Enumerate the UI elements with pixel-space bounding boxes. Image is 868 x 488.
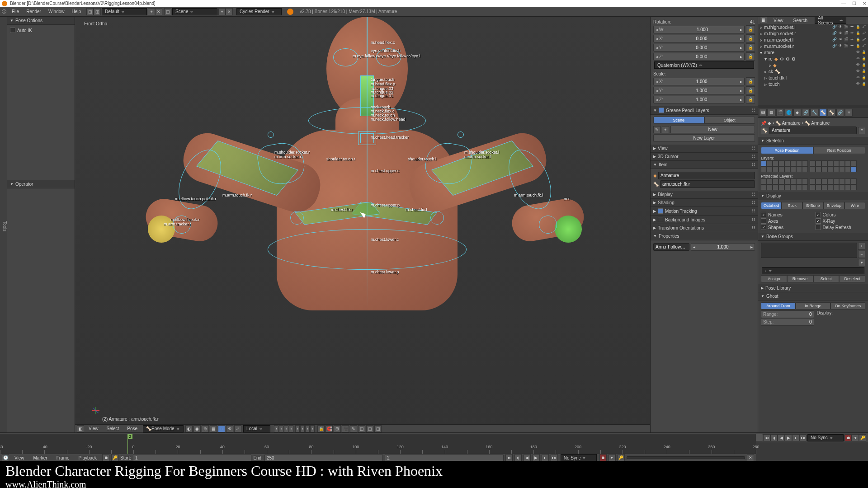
keyset2-icon[interactable]: 🔑 bbox=[859, 434, 866, 441]
prop-val-field[interactable]: ◂1.000▸ bbox=[691, 243, 755, 251]
operator-header[interactable]: ▼Operator bbox=[7, 180, 75, 188]
manip-icon-3[interactable]: ⟲ bbox=[226, 425, 233, 432]
ghost-inrange[interactable]: In Range bbox=[796, 302, 830, 310]
armature-layers[interactable] bbox=[761, 160, 865, 172]
scene-dropdown[interactable]: Scene bbox=[172, 8, 217, 15]
manip-icon-1[interactable]: ▦ bbox=[210, 425, 217, 432]
bg-remove-icon[interactable]: − bbox=[858, 251, 865, 258]
layer-btn[interactable]: ▫ bbox=[295, 425, 300, 432]
transform-section[interactable]: ▶Transform Orientations⠿ bbox=[651, 224, 758, 232]
shade-icon-1[interactable]: ◐ bbox=[185, 425, 193, 432]
scene-browse-icon[interactable]: ◫ bbox=[164, 8, 171, 15]
scene-next-icon[interactable]: ◫ bbox=[94, 8, 101, 15]
chk-colors[interactable]: Colors bbox=[816, 212, 866, 217]
pose-options-header[interactable]: ▼Pose Options bbox=[7, 17, 75, 25]
lock-z-icon[interactable]: 🔓 bbox=[746, 52, 755, 61]
tl-key-icon[interactable]: 🔑 bbox=[111, 454, 118, 461]
tl-jumpend-icon[interactable]: ⏭ bbox=[551, 454, 558, 461]
scale-y-field[interactable]: ◂ Y:1.000▸ bbox=[653, 87, 745, 94]
scene-del-icon[interactable]: ✕ bbox=[226, 8, 233, 15]
manip-icon-2[interactable]: ↔ bbox=[218, 425, 225, 432]
vp-select[interactable]: Select bbox=[103, 424, 123, 433]
poselib-header[interactable]: ▶Pose Library bbox=[758, 284, 868, 292]
mode-dropdown[interactable]: 🦴 Pose Mode bbox=[143, 425, 184, 432]
proptab-layers[interactable]: ▦ bbox=[768, 109, 775, 117]
disp-wire[interactable]: Wire bbox=[844, 202, 865, 209]
outliner-editor-icon[interactable]: ≣ bbox=[760, 17, 767, 24]
bg-menu-icon[interactable]: ▾ bbox=[858, 259, 865, 266]
bonegroup-select[interactable]: ◦ bbox=[762, 267, 864, 274]
sync-dropdown[interactable]: No Sync bbox=[807, 434, 844, 441]
menu-file[interactable]: File bbox=[8, 7, 23, 17]
tl-autokey-icon[interactable]: ⏺ bbox=[599, 454, 607, 461]
tl-sync-dropdown[interactable]: No Sync bbox=[561, 454, 597, 461]
display-section[interactable]: ▶Display⠿ bbox=[651, 191, 758, 199]
proptab-physics[interactable]: ⚛ bbox=[845, 109, 853, 117]
editor-type-icon[interactable]: ◧ bbox=[77, 425, 84, 432]
disp-bbone[interactable]: B-Bone bbox=[802, 202, 823, 209]
proptab-modifier[interactable]: 🔧 bbox=[811, 109, 818, 117]
layer-btn[interactable]: ▫ bbox=[279, 425, 283, 432]
ghost-step-field[interactable]: Step:0 bbox=[761, 318, 814, 326]
tl-keyx-icon[interactable]: ✕ bbox=[747, 454, 754, 461]
lock-x-icon[interactable]: 🔓 bbox=[746, 34, 755, 42]
manip-icon-4[interactable]: ⤢ bbox=[234, 425, 241, 432]
chk-shapes[interactable]: Shapes bbox=[761, 225, 811, 230]
gp-header[interactable]: ▼Grease Pencil Layers⠿ bbox=[651, 106, 758, 115]
proptab-object[interactable]: ◆ bbox=[793, 109, 801, 117]
viewport[interactable]: Front Ortho bbox=[75, 17, 650, 432]
tl-jumpstart-icon[interactable]: ⏮ bbox=[505, 454, 513, 461]
item-section[interactable]: ▼Item⠿ bbox=[651, 161, 758, 169]
rot-x-field[interactable]: ◂ X:0.000▸ bbox=[653, 35, 745, 42]
props-section[interactable]: ▼Properties bbox=[651, 232, 758, 240]
layout-del-icon[interactable]: ✕ bbox=[155, 8, 162, 15]
lock-sz-icon[interactable]: 🔒 bbox=[746, 95, 755, 103]
fake-user-button[interactable]: F bbox=[858, 127, 865, 134]
layout-dropdown[interactable]: Default bbox=[102, 8, 147, 15]
proptab-bone[interactable]: 🦴 bbox=[828, 109, 835, 117]
tab-tools[interactable]: Tools bbox=[2, 20, 7, 432]
disp-envelop[interactable]: Envelop bbox=[824, 202, 844, 209]
info-icon[interactable]: ⓘ bbox=[0, 7, 8, 17]
armature-name-field[interactable]: Armature bbox=[769, 127, 857, 134]
disp-stick[interactable]: Stick bbox=[782, 202, 802, 209]
auto-ik-checkbox[interactable]: Auto IK bbox=[10, 28, 72, 33]
datablock-browse-icon[interactable]: 🦴 bbox=[761, 127, 768, 134]
scale-z-field[interactable]: ◂ Z:1.000▸ bbox=[653, 96, 745, 103]
pivot-icon[interactable]: ⊕ bbox=[202, 425, 209, 432]
bg-assign[interactable]: Assign bbox=[761, 275, 787, 282]
tl-play-icon[interactable]: ▶ bbox=[533, 454, 540, 461]
ghost-header[interactable]: ▼Ghost bbox=[758, 292, 868, 300]
vp-view[interactable]: View bbox=[85, 424, 102, 433]
keyset-icon[interactable]: ▾ bbox=[852, 434, 859, 441]
misc-icon-2[interactable]: ◫ bbox=[366, 425, 373, 432]
breadcrumb-armature[interactable]: 🦴 Armature bbox=[775, 121, 800, 126]
scene-prev-icon[interactable]: ◫ bbox=[86, 8, 94, 15]
play-next-icon[interactable]: ⏵ bbox=[792, 434, 799, 441]
proptab-scene[interactable]: 🎬 bbox=[776, 109, 784, 117]
tl-keyinsert-icon[interactable]: 🔑 bbox=[618, 454, 625, 461]
lock-sy-icon[interactable]: 🔒 bbox=[746, 86, 755, 94]
layer-btn[interactable]: ▫ bbox=[289, 425, 293, 432]
gp-newlayer-button[interactable]: New Layer bbox=[653, 134, 755, 142]
snap-type-icon[interactable]: ⊞ bbox=[334, 425, 341, 432]
minimize-icon[interactable]: — bbox=[841, 1, 846, 6]
rec-icon[interactable]: ⏺ bbox=[844, 434, 852, 441]
gp-object-button[interactable]: Object bbox=[704, 117, 755, 124]
rot-y-field[interactable]: ◂ Y:0.000▸ bbox=[653, 44, 745, 52]
tl-start-field[interactable]: 1 bbox=[133, 454, 251, 462]
maximize-icon[interactable]: ☐ bbox=[852, 1, 856, 6]
play-start-icon[interactable]: ⏮ bbox=[763, 434, 770, 441]
view-section[interactable]: ▶View⠿ bbox=[651, 145, 758, 153]
layer-btn[interactable]: ▫ bbox=[300, 425, 305, 432]
chk-delay[interactable]: Delay Refresh bbox=[816, 225, 866, 230]
ghost-around[interactable]: Around Fram bbox=[761, 302, 796, 310]
outliner-filter-dropdown[interactable]: All Scenes bbox=[815, 17, 846, 24]
render-icon[interactable]: 🎥 bbox=[342, 425, 349, 432]
breadcrumb-armature2[interactable]: 🦴 Armature bbox=[805, 121, 830, 126]
proptab-world[interactable]: 🌐 bbox=[785, 109, 793, 117]
play-rev-icon[interactable]: ◀ bbox=[778, 434, 785, 441]
shading-section[interactable]: ▶Shading⠿ bbox=[651, 199, 758, 207]
snap-icon[interactable]: 🧲 bbox=[326, 425, 333, 432]
item-armature-field[interactable]: Armature bbox=[658, 172, 755, 179]
